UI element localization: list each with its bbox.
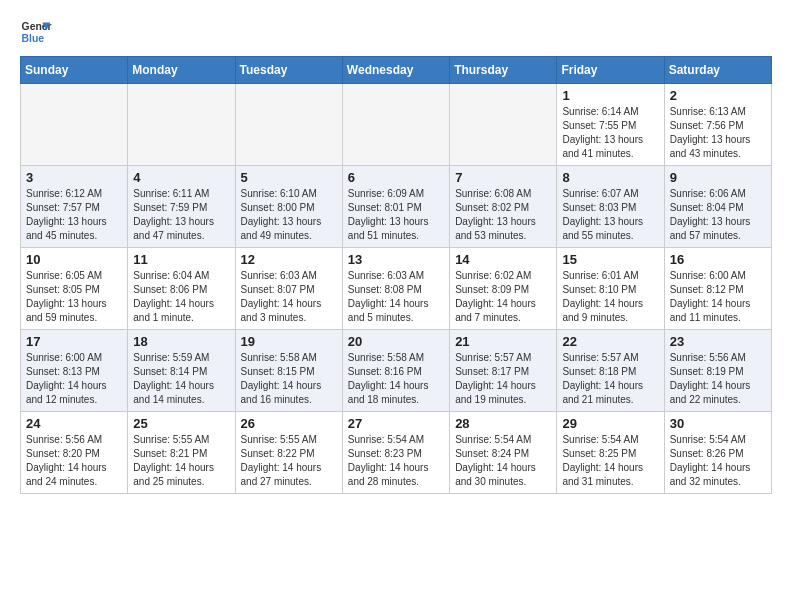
day-number: 26 [241, 416, 337, 431]
calendar-week-2: 3Sunrise: 6:12 AM Sunset: 7:57 PM Daylig… [21, 166, 772, 248]
day-info: Sunrise: 6:10 AM Sunset: 8:00 PM Dayligh… [241, 187, 337, 243]
calendar-cell: 30Sunrise: 5:54 AM Sunset: 8:26 PM Dayli… [664, 412, 771, 494]
calendar-cell: 6Sunrise: 6:09 AM Sunset: 8:01 PM Daylig… [342, 166, 449, 248]
day-info: Sunrise: 5:56 AM Sunset: 8:20 PM Dayligh… [26, 433, 122, 489]
calendar-cell: 18Sunrise: 5:59 AM Sunset: 8:14 PM Dayli… [128, 330, 235, 412]
day-number: 20 [348, 334, 444, 349]
day-number: 22 [562, 334, 658, 349]
calendar-cell [128, 84, 235, 166]
day-number: 23 [670, 334, 766, 349]
day-number: 12 [241, 252, 337, 267]
day-info: Sunrise: 6:12 AM Sunset: 7:57 PM Dayligh… [26, 187, 122, 243]
day-number: 19 [241, 334, 337, 349]
day-info: Sunrise: 6:07 AM Sunset: 8:03 PM Dayligh… [562, 187, 658, 243]
calendar-cell: 20Sunrise: 5:58 AM Sunset: 8:16 PM Dayli… [342, 330, 449, 412]
day-info: Sunrise: 5:54 AM Sunset: 8:23 PM Dayligh… [348, 433, 444, 489]
day-info: Sunrise: 5:57 AM Sunset: 8:18 PM Dayligh… [562, 351, 658, 407]
day-number: 30 [670, 416, 766, 431]
weekday-header-monday: Monday [128, 57, 235, 84]
calendar-cell [235, 84, 342, 166]
calendar-cell: 19Sunrise: 5:58 AM Sunset: 8:15 PM Dayli… [235, 330, 342, 412]
calendar-cell [342, 84, 449, 166]
calendar-cell: 25Sunrise: 5:55 AM Sunset: 8:21 PM Dayli… [128, 412, 235, 494]
calendar-cell: 11Sunrise: 6:04 AM Sunset: 8:06 PM Dayli… [128, 248, 235, 330]
header: General Blue [20, 16, 772, 48]
weekday-header-row: SundayMondayTuesdayWednesdayThursdayFrid… [21, 57, 772, 84]
calendar-cell: 5Sunrise: 6:10 AM Sunset: 8:00 PM Daylig… [235, 166, 342, 248]
day-info: Sunrise: 6:09 AM Sunset: 8:01 PM Dayligh… [348, 187, 444, 243]
weekday-header-thursday: Thursday [450, 57, 557, 84]
svg-text:Blue: Blue [22, 33, 45, 44]
day-number: 13 [348, 252, 444, 267]
calendar-week-3: 10Sunrise: 6:05 AM Sunset: 8:05 PM Dayli… [21, 248, 772, 330]
day-info: Sunrise: 6:04 AM Sunset: 8:06 PM Dayligh… [133, 269, 229, 325]
calendar-cell: 8Sunrise: 6:07 AM Sunset: 8:03 PM Daylig… [557, 166, 664, 248]
calendar-cell: 29Sunrise: 5:54 AM Sunset: 8:25 PM Dayli… [557, 412, 664, 494]
calendar-week-5: 24Sunrise: 5:56 AM Sunset: 8:20 PM Dayli… [21, 412, 772, 494]
day-number: 25 [133, 416, 229, 431]
day-number: 3 [26, 170, 122, 185]
day-number: 21 [455, 334, 551, 349]
day-info: Sunrise: 5:58 AM Sunset: 8:15 PM Dayligh… [241, 351, 337, 407]
weekday-header-tuesday: Tuesday [235, 57, 342, 84]
day-number: 16 [670, 252, 766, 267]
calendar-cell: 12Sunrise: 6:03 AM Sunset: 8:07 PM Dayli… [235, 248, 342, 330]
calendar-cell: 9Sunrise: 6:06 AM Sunset: 8:04 PM Daylig… [664, 166, 771, 248]
day-number: 24 [26, 416, 122, 431]
calendar-cell: 3Sunrise: 6:12 AM Sunset: 7:57 PM Daylig… [21, 166, 128, 248]
calendar-cell [450, 84, 557, 166]
calendar-cell: 13Sunrise: 6:03 AM Sunset: 8:08 PM Dayli… [342, 248, 449, 330]
day-info: Sunrise: 6:05 AM Sunset: 8:05 PM Dayligh… [26, 269, 122, 325]
day-number: 10 [26, 252, 122, 267]
calendar: SundayMondayTuesdayWednesdayThursdayFrid… [20, 56, 772, 494]
calendar-body: 1Sunrise: 6:14 AM Sunset: 7:55 PM Daylig… [21, 84, 772, 494]
day-number: 15 [562, 252, 658, 267]
day-number: 14 [455, 252, 551, 267]
day-info: Sunrise: 6:00 AM Sunset: 8:12 PM Dayligh… [670, 269, 766, 325]
day-number: 8 [562, 170, 658, 185]
day-info: Sunrise: 6:13 AM Sunset: 7:56 PM Dayligh… [670, 105, 766, 161]
day-number: 1 [562, 88, 658, 103]
calendar-week-1: 1Sunrise: 6:14 AM Sunset: 7:55 PM Daylig… [21, 84, 772, 166]
day-info: Sunrise: 6:03 AM Sunset: 8:07 PM Dayligh… [241, 269, 337, 325]
day-info: Sunrise: 5:57 AM Sunset: 8:17 PM Dayligh… [455, 351, 551, 407]
day-info: Sunrise: 5:59 AM Sunset: 8:14 PM Dayligh… [133, 351, 229, 407]
day-info: Sunrise: 6:02 AM Sunset: 8:09 PM Dayligh… [455, 269, 551, 325]
calendar-cell: 14Sunrise: 6:02 AM Sunset: 8:09 PM Dayli… [450, 248, 557, 330]
day-info: Sunrise: 6:14 AM Sunset: 7:55 PM Dayligh… [562, 105, 658, 161]
calendar-cell: 15Sunrise: 6:01 AM Sunset: 8:10 PM Dayli… [557, 248, 664, 330]
logo-icon: General Blue [20, 16, 52, 48]
day-info: Sunrise: 6:11 AM Sunset: 7:59 PM Dayligh… [133, 187, 229, 243]
weekday-header-sunday: Sunday [21, 57, 128, 84]
day-info: Sunrise: 6:03 AM Sunset: 8:08 PM Dayligh… [348, 269, 444, 325]
calendar-cell: 23Sunrise: 5:56 AM Sunset: 8:19 PM Dayli… [664, 330, 771, 412]
calendar-cell: 4Sunrise: 6:11 AM Sunset: 7:59 PM Daylig… [128, 166, 235, 248]
day-info: Sunrise: 6:08 AM Sunset: 8:02 PM Dayligh… [455, 187, 551, 243]
weekday-header-friday: Friday [557, 57, 664, 84]
weekday-header-wednesday: Wednesday [342, 57, 449, 84]
day-number: 6 [348, 170, 444, 185]
day-info: Sunrise: 5:55 AM Sunset: 8:21 PM Dayligh… [133, 433, 229, 489]
calendar-cell: 7Sunrise: 6:08 AM Sunset: 8:02 PM Daylig… [450, 166, 557, 248]
calendar-cell: 26Sunrise: 5:55 AM Sunset: 8:22 PM Dayli… [235, 412, 342, 494]
day-info: Sunrise: 5:54 AM Sunset: 8:24 PM Dayligh… [455, 433, 551, 489]
calendar-cell: 16Sunrise: 6:00 AM Sunset: 8:12 PM Dayli… [664, 248, 771, 330]
calendar-cell: 27Sunrise: 5:54 AM Sunset: 8:23 PM Dayli… [342, 412, 449, 494]
day-number: 29 [562, 416, 658, 431]
page: General Blue SundayMondayTuesdayWednesda… [0, 0, 792, 510]
calendar-cell: 2Sunrise: 6:13 AM Sunset: 7:56 PM Daylig… [664, 84, 771, 166]
day-info: Sunrise: 5:54 AM Sunset: 8:26 PM Dayligh… [670, 433, 766, 489]
calendar-week-4: 17Sunrise: 6:00 AM Sunset: 8:13 PM Dayli… [21, 330, 772, 412]
calendar-cell: 28Sunrise: 5:54 AM Sunset: 8:24 PM Dayli… [450, 412, 557, 494]
day-info: Sunrise: 6:01 AM Sunset: 8:10 PM Dayligh… [562, 269, 658, 325]
day-number: 28 [455, 416, 551, 431]
day-info: Sunrise: 6:00 AM Sunset: 8:13 PM Dayligh… [26, 351, 122, 407]
day-info: Sunrise: 5:55 AM Sunset: 8:22 PM Dayligh… [241, 433, 337, 489]
day-info: Sunrise: 6:06 AM Sunset: 8:04 PM Dayligh… [670, 187, 766, 243]
day-number: 17 [26, 334, 122, 349]
calendar-cell: 1Sunrise: 6:14 AM Sunset: 7:55 PM Daylig… [557, 84, 664, 166]
day-info: Sunrise: 5:54 AM Sunset: 8:25 PM Dayligh… [562, 433, 658, 489]
day-info: Sunrise: 5:56 AM Sunset: 8:19 PM Dayligh… [670, 351, 766, 407]
day-number: 7 [455, 170, 551, 185]
day-number: 4 [133, 170, 229, 185]
